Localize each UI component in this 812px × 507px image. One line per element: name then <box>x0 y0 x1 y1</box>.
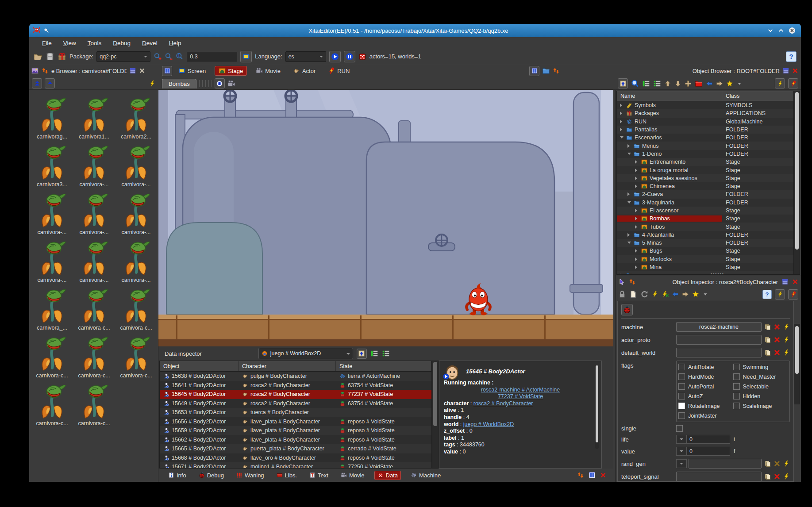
browser-detach-icon[interactable] <box>782 67 789 74</box>
status-info[interactable]: Info <box>165 471 189 480</box>
actor-table-row[interactable]: 15649 # Body2DActorrosca2 # BodyCharacte… <box>160 399 431 408</box>
actor-table-row[interactable]: 15656 # Body2DActorllave_plata # BodyCha… <box>160 417 431 426</box>
flag-rotateimage[interactable]: RotateImage <box>678 403 733 409</box>
actor-proto-apply-icon[interactable] <box>783 336 790 343</box>
menu-devel[interactable]: Devel <box>137 38 162 48</box>
tree-expander[interactable] <box>627 151 631 157</box>
actor-table-row[interactable]: 15662 # Body2DActorllave_plata # BodyCha… <box>160 435 431 445</box>
machine-copy-icon[interactable] <box>764 323 771 330</box>
asset-thumbnail[interactable]: carnivora2... <box>115 93 157 141</box>
asset-thumbnail[interactable]: carnivora-... <box>115 189 157 237</box>
pin-icon[interactable] <box>43 27 50 34</box>
play-button[interactable] <box>329 51 341 62</box>
status-movie[interactable]: Movie <box>338 471 367 480</box>
tree-row[interactable]: 5-MinasFOLDER <box>617 239 793 247</box>
actor-table-row[interactable]: 15645 # Body2DActorrosca2 # BodyCharacte… <box>160 390 431 399</box>
move-down-icon[interactable] <box>674 80 681 87</box>
status-libs[interactable]: Libs. <box>274 471 300 480</box>
tree-expander[interactable] <box>627 144 631 148</box>
tree-row[interactable]: MenusFOLDER <box>617 142 793 150</box>
status-sort-icon[interactable] <box>577 472 584 479</box>
tree-expander[interactable] <box>627 200 631 205</box>
tree-top-button[interactable] <box>618 78 628 88</box>
dice-icon[interactable] <box>358 53 366 61</box>
actor-table-header[interactable]: Object Character State <box>160 361 431 372</box>
sort-arrows-icon[interactable] <box>42 67 49 74</box>
actor-table-row[interactable]: 15668 # Body2DActorllave_oro # BodyChara… <box>160 453 431 463</box>
default-world-clear-icon[interactable] <box>774 349 781 356</box>
tree-row[interactable]: 4-AlcantarillaFOLDER <box>617 231 793 239</box>
maximize-button[interactable] <box>778 27 784 34</box>
asset-thumbnail[interactable]: carnivora-... <box>73 141 115 189</box>
menu-view[interactable]: View <box>58 38 81 48</box>
tree-row[interactable]: EntrenamientoStage <box>617 158 793 166</box>
tree-expander[interactable] <box>620 104 624 107</box>
open-folder-button[interactable] <box>34 52 42 61</box>
asset-thumbnail[interactable]: carnivora-... <box>115 237 157 284</box>
asset-thumbnail[interactable]: carnivora-... <box>31 237 73 284</box>
detail-scrollbar[interactable] <box>595 365 599 449</box>
teleport-clear-icon[interactable] <box>774 473 781 480</box>
flag-scaleimage[interactable]: ScaleImage <box>733 403 788 409</box>
tree-expander[interactable] <box>635 217 639 220</box>
actor-table-row[interactable]: 15665 # Body2DActorpuerta_plata # BodyCh… <box>160 444 431 453</box>
zoom-out-icon[interactable] <box>165 53 173 61</box>
asset-thumbnail[interactable]: carnivora-... <box>115 141 157 189</box>
status-text[interactable]: Text <box>307 471 331 480</box>
teleport-signal-input[interactable] <box>676 472 762 481</box>
tree-row[interactable]: PantallasFOLDER <box>617 126 793 134</box>
tree-row[interactable]: BombasStage <box>617 215 793 223</box>
minimize-button[interactable] <box>767 27 774 34</box>
flag-hidden[interactable]: Hidden <box>733 393 788 399</box>
tab-run[interactable]: RUN <box>324 66 353 76</box>
inspector-sort-icon[interactable] <box>629 278 636 285</box>
record-button[interactable] <box>215 78 225 88</box>
tree-scrollbar[interactable] <box>794 91 800 275</box>
asset-thumbnail[interactable]: carnivorag... <box>31 93 73 141</box>
detail-link[interactable]: 77237 # VoidState <box>498 393 543 399</box>
tree-expander[interactable] <box>635 265 639 269</box>
inspector-close-icon[interactable] <box>792 279 798 285</box>
asset-thumbnail[interactable]: carnivora-c... <box>73 332 115 380</box>
debug-actor-button[interactable] <box>621 304 633 315</box>
forward-icon[interactable] <box>716 80 723 87</box>
asset-thumbnail[interactable]: carnivora1... <box>73 93 115 141</box>
di-columns-icon[interactable] <box>370 350 378 357</box>
tree-expander[interactable] <box>620 135 624 140</box>
asset-thumbnail[interactable]: carnivora-c... <box>31 332 73 380</box>
scroll-top-button[interactable] <box>32 78 42 88</box>
zoom-value-input[interactable]: 0.3 <box>187 52 237 61</box>
detail-link[interactable]: rosca2-machine # ActorMachine <box>481 387 560 393</box>
actor-proto-input[interactable] <box>676 335 762 345</box>
flag-autoportal[interactable]: AutoPortal <box>678 383 733 390</box>
inspector-apply-all-button[interactable] <box>788 289 798 300</box>
inspector-scrollbar[interactable] <box>794 324 800 404</box>
browser-folder-icon[interactable] <box>542 67 550 75</box>
menu-help[interactable]: Help <box>164 38 186 48</box>
package-icon[interactable] <box>58 52 66 61</box>
star-caret-icon[interactable] <box>702 291 708 297</box>
apply-all-button[interactable] <box>788 78 798 88</box>
tree-row[interactable]: El ascensorStage <box>617 207 793 215</box>
machine-clear-icon[interactable] <box>774 323 781 330</box>
apply-button[interactable] <box>775 78 785 88</box>
flag-jointmaster[interactable]: JointMaster <box>678 412 733 419</box>
tree-row[interactable]: PackagesAPPLICATIONS <box>617 109 793 117</box>
asset-thumbnail[interactable]: carnivora-c... <box>115 284 157 332</box>
tree-columns-icon[interactable] <box>642 80 650 88</box>
rand-gen-spinner[interactable] <box>676 459 687 468</box>
rand-gen-clear-icon[interactable] <box>774 460 781 467</box>
redo-icon[interactable] <box>682 291 689 298</box>
stage-tab-bombas[interactable]: Bombas <box>162 79 196 88</box>
tree-row[interactable]: EscenariosFOLDER <box>617 134 793 142</box>
rand-gen-copy-icon[interactable] <box>764 460 771 467</box>
tree-row[interactable]: BugsStage <box>617 247 793 255</box>
status-waning[interactable]: Waning <box>234 471 267 480</box>
tab-actor[interactable]: Actor <box>289 66 319 76</box>
tree-expander[interactable] <box>620 120 624 123</box>
flag-antirotate[interactable]: AntiRotate <box>678 364 733 370</box>
help-button[interactable]: ? <box>786 51 797 62</box>
value-spinner[interactable] <box>676 447 687 456</box>
asset-thumbnail[interactable]: carnivora-c... <box>31 380 73 428</box>
flag-need_master[interactable]: Need_Master <box>733 373 788 380</box>
